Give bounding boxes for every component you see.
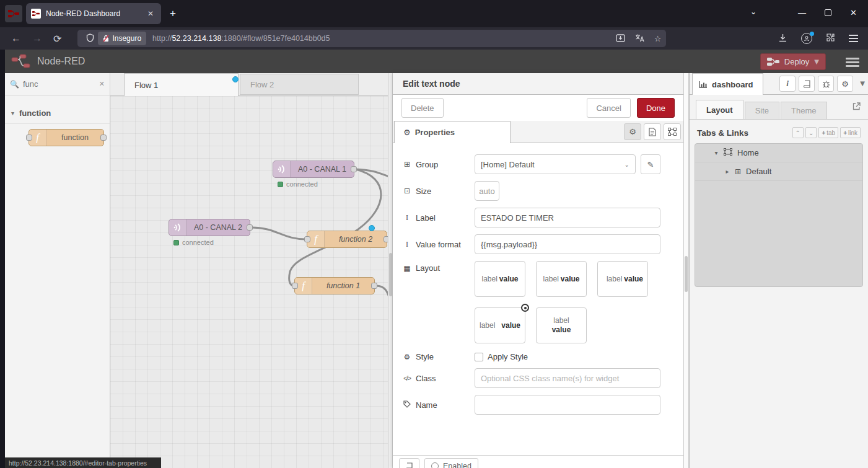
tree-item-home[interactable]: ▾ Home	[695, 144, 862, 162]
security-chip[interactable]: Inseguro	[98, 32, 146, 45]
tab-properties[interactable]: ⚙ Properties	[394, 121, 511, 143]
table-icon: ⊞	[403, 160, 411, 169]
apply-style-checkbox[interactable]: Apply Style	[475, 352, 528, 361]
forward-icon[interactable]: →	[32, 33, 42, 44]
flow-modified-dot	[232, 76, 239, 82]
url-bar[interactable]: Inseguro http://52.23.214.138:1880/#flow…	[77, 30, 666, 47]
tab-list-chevron-icon[interactable]: ⌄	[750, 7, 756, 16]
sidebar-resize-handle[interactable]	[683, 73, 689, 468]
open-dashboard-icon[interactable]	[853, 102, 861, 112]
node-input-port[interactable]	[26, 135, 32, 141]
sidebar-tab-label: dashboard	[712, 80, 753, 89]
layout-option-row-spread[interactable]: labelvalue	[475, 307, 525, 343]
chevron-right-icon[interactable]: ▸	[724, 168, 731, 175]
node-output-port[interactable]	[100, 135, 107, 141]
new-tab-button[interactable]: +	[170, 7, 176, 20]
checkbox-icon[interactable]	[475, 353, 483, 361]
reload-icon[interactable]: ⟳	[53, 33, 61, 45]
chevron-down-icon[interactable]: ▾	[712, 149, 720, 156]
field-layout: ▦Layout labelvalue labelvalue labelvalue…	[403, 261, 673, 343]
field-label: Value format	[416, 240, 461, 249]
th-large-icon: ▦	[403, 264, 411, 273]
shield-icon[interactable]	[86, 33, 94, 44]
signal-icon	[169, 219, 186, 236]
flow-tab-1[interactable]: Flow 1	[124, 73, 239, 96]
add-link-button[interactable]: +link	[840, 127, 861, 138]
account-icon[interactable]	[801, 33, 812, 44]
nodered-menu-icon[interactable]	[846, 56, 859, 69]
group-select[interactable]: [Home] Default ⌄	[475, 154, 636, 174]
size-button[interactable]: auto	[475, 181, 499, 201]
sidebar-resize-thumb[interactable]	[685, 256, 688, 292]
node-input-port[interactable]	[292, 283, 298, 289]
extensions-icon[interactable]	[826, 33, 835, 44]
name-input[interactable]	[475, 395, 660, 415]
browser-menu-icon[interactable]	[849, 33, 858, 44]
class-input[interactable]	[475, 368, 660, 388]
enabled-toggle[interactable]: Enabled	[424, 458, 478, 468]
info-icon[interactable]: i	[779, 76, 796, 92]
flow-canvas[interactable]: A0 - CANAL 1 connected A0 - CANAL 2 conn…	[110, 96, 388, 468]
tab-close-icon[interactable]: ✕	[145, 8, 156, 19]
help-book-icon[interactable]	[799, 76, 815, 92]
tag-icon	[403, 400, 411, 410]
node-output-port[interactable]	[351, 166, 357, 172]
done-button[interactable]: Done	[637, 98, 675, 118]
dashboard-tab-icon	[724, 148, 732, 157]
label-input[interactable]	[475, 208, 660, 227]
expand-all-icon[interactable]: ⌄	[805, 127, 817, 138]
node-output-port[interactable]	[384, 236, 388, 242]
appearance-icon[interactable]	[664, 123, 681, 140]
node-settings-icon[interactable]: ⚙	[624, 123, 641, 140]
tab-label: Theme	[791, 106, 816, 115]
bookmark-star-icon[interactable]: ☆	[654, 34, 662, 43]
flow-tab-2[interactable]: Flow 2	[240, 74, 359, 95]
cancel-button[interactable]: Cancel	[587, 98, 630, 118]
layout-option-column[interactable]: labelvalue	[536, 307, 587, 343]
node-canal2[interactable]: A0 - CANAL 2	[169, 219, 250, 236]
tab-site[interactable]: Site	[745, 102, 779, 119]
close-button[interactable]: ✕	[850, 8, 857, 17]
palette-node-function[interactable]: f function	[28, 129, 104, 146]
collapse-all-icon[interactable]: ⌃	[792, 127, 804, 138]
palette-search[interactable]: 🔍 func ✕	[5, 73, 110, 95]
minimize-button[interactable]: —	[798, 8, 806, 17]
add-tab-button[interactable]: +tab	[818, 127, 838, 138]
layout-option-row-left[interactable]: labelvalue	[475, 261, 525, 297]
restore-button[interactable]	[825, 9, 831, 16]
tab-layout[interactable]: Layout	[696, 100, 743, 119]
tab-favicon-icon	[31, 9, 41, 19]
layout-option-row-right[interactable]: labelvalue	[597, 261, 648, 297]
node-output-port[interactable]	[247, 224, 253, 231]
layout-option-row-center[interactable]: labelvalue	[536, 261, 587, 297]
node-function2[interactable]: f function 2	[307, 231, 387, 248]
clear-search-icon[interactable]: ✕	[99, 80, 105, 88]
tree-item-default[interactable]: ▸ ⊞ Default	[695, 162, 862, 181]
deploy-button[interactable]: Deploy ▼	[760, 53, 826, 70]
node-function1[interactable]: f function 1	[294, 277, 375, 294]
deploy-caret-icon[interactable]: ▼	[814, 58, 819, 65]
settings-gear-icon[interactable]: ⚙	[837, 76, 853, 92]
node-canal1[interactable]: A0 - CANAL 1	[273, 161, 354, 178]
edit-group-button[interactable]: ✎	[641, 154, 660, 174]
translate-icon[interactable]	[635, 33, 644, 44]
sidebar-tab-dashboard[interactable]: dashboard	[692, 73, 763, 95]
debug-bug-icon[interactable]	[818, 76, 834, 92]
tray-resize-thumb[interactable]	[389, 253, 392, 296]
tray-resize-handle[interactable]	[388, 73, 393, 468]
downloads-icon[interactable]	[778, 33, 787, 44]
node-status: connected	[278, 180, 318, 188]
tray-footer: Enabled	[393, 455, 683, 468]
browser-tab[interactable]: Node-RED Dashboard ✕	[26, 3, 161, 24]
back-icon[interactable]: ←	[11, 33, 21, 44]
value-format-input[interactable]	[475, 234, 660, 254]
description-icon[interactable]	[644, 123, 661, 140]
save-page-icon[interactable]	[616, 33, 625, 44]
delete-button[interactable]: Delete	[401, 98, 444, 118]
node-output-port[interactable]	[371, 283, 377, 289]
palette-category-function[interactable]: ▾ function	[5, 103, 110, 124]
sidebar-caret-icon[interactable]: ▼	[860, 80, 865, 87]
tab-theme[interactable]: Theme	[781, 102, 826, 119]
node-info-book-button[interactable]	[399, 458, 419, 468]
node-input-port[interactable]	[304, 236, 310, 242]
